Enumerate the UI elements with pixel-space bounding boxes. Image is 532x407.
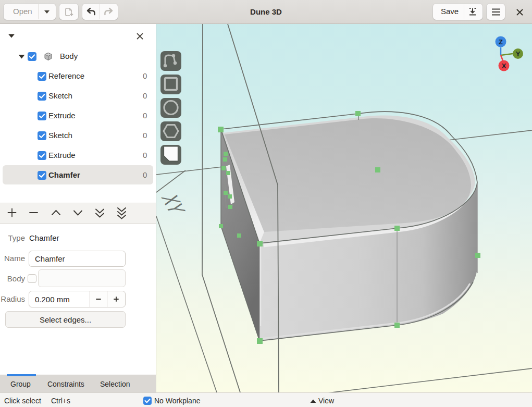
svg-text:Z: Z — [499, 38, 503, 46]
svg-text:X: X — [502, 62, 506, 70]
svg-text:Y: Y — [516, 50, 521, 58]
